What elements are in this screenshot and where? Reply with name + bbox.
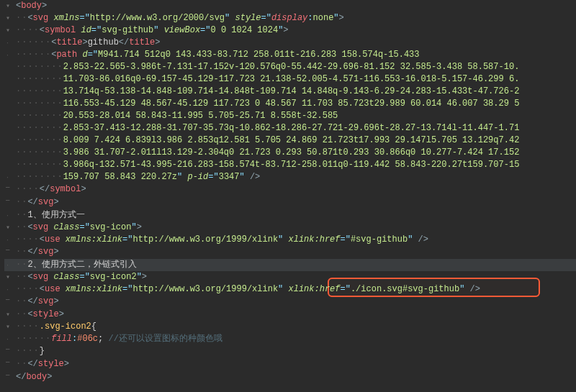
code-token: ": [131, 222, 136, 232]
code-token: xlink:href: [289, 284, 341, 294]
code-line[interactable]: <symbol id="svg-github" viewBox="0 0 102…: [4, 24, 576, 37]
indent-guide-icon: [57, 123, 63, 133]
code-token: >: [81, 184, 86, 194]
code-line[interactable]: </svg>: [4, 246, 576, 259]
fold-gutter-icon[interactable]: [6, 371, 16, 384]
code-token: ": [333, 13, 338, 23]
code-line[interactable]: <title>github</title>: [4, 37, 576, 49]
code-token: svg-icon: [90, 222, 132, 232]
fold-gutter-icon[interactable]: [6, 296, 16, 309]
code-token: 3347: [219, 172, 240, 182]
indent-guide-icon: [34, 234, 40, 245]
code-token: >: [82, 37, 87, 47]
code-token: [60, 284, 66, 294]
code-line[interactable]: <svg class="svg-icon">: [4, 222, 576, 234]
code-token: svg-github: [102, 25, 153, 35]
code-line[interactable]: <use xmlns:xlink="http://www.w3.org/1999…: [4, 283, 576, 296]
code-line[interactable]: <use xmlns:xlink="http://www.w3.org/1999…: [4, 234, 576, 246]
indent-guide-icon: [40, 172, 45, 182]
code-line[interactable]: 13.714q-53.138-14.848-109.714-14.848t-10…: [4, 86, 576, 98]
code-token: svg: [33, 222, 49, 232]
indent-guide-icon: [45, 135, 51, 145]
fold-gutter-icon[interactable]: [6, 246, 16, 259]
code-token: ": [137, 272, 142, 282]
fold-gutter-icon[interactable]: [6, 321, 16, 333]
indent-guide-icon: [16, 296, 22, 306]
code-token: #06c: [77, 334, 98, 344]
code-token: #svg-github: [351, 234, 408, 245]
code-token: ./icon.svg#svg-github: [351, 284, 459, 294]
indent-guide-icon: [45, 111, 51, 121]
code-line[interactable]: 8.009 7.424 6.839l3.986 2.853q12.581 5.7…: [4, 135, 576, 147]
indent-guide-icon: [57, 111, 63, 121]
fold-gutter-icon[interactable]: [6, 345, 16, 358]
code-token: >: [42, 1, 47, 11]
code-line[interactable]: </symbol>: [4, 183, 576, 196]
code-token: 2.853-22.565-3.986t-7.131-17.152v-120.57…: [63, 62, 520, 72]
code-line[interactable]: <svg class="svg-icon2">: [4, 271, 576, 283]
code-token: >: [142, 272, 147, 282]
indent-guide-icon: [16, 123, 22, 133]
code-line[interactable]: 2.853-22.565-3.986t-7.131-17.152v-120.57…: [4, 61, 576, 73]
indent-guide-icon: [34, 147, 40, 158]
code-line[interactable]: <style>: [4, 309, 576, 321]
indent-guide-icon: [57, 86, 63, 96]
code-line[interactable]: 20.553-28.014 58.843-11.995 5.705-25.71 …: [4, 110, 576, 122]
code-token: >: [53, 296, 58, 306]
indent-guide-icon: [40, 111, 45, 121]
indent-guide-icon: [16, 50, 22, 60]
indent-guide-icon: [27, 346, 33, 356]
indent-guide-icon: [45, 37, 51, 47]
indent-guide-icon: [16, 234, 22, 245]
fold-gutter-icon[interactable]: [6, 309, 16, 321]
fold-gutter-icon[interactable]: [6, 24, 16, 37]
fold-gutter-icon[interactable]: [6, 358, 16, 371]
code-token: style: [235, 13, 261, 23]
code-line[interactable]: 2、使用方式二，外链式引入: [4, 259, 576, 271]
indent-guide-icon: [34, 62, 40, 72]
fold-gutter-icon[interactable]: [6, 0, 16, 12]
code-token: [283, 234, 288, 245]
code-line[interactable]: </svg>: [4, 196, 576, 209]
indent-guide-icon: [16, 74, 22, 84]
code-token: use: [45, 234, 60, 245]
fold-gutter-icon[interactable]: [6, 222, 16, 234]
indent-guide-icon: [40, 135, 45, 145]
code-line[interactable]: </body>: [4, 371, 576, 384]
code-line[interactable]: </style>: [4, 358, 576, 371]
code-line[interactable]: .svg-icon2{: [4, 321, 576, 333]
code-line[interactable]: }: [4, 345, 576, 358]
code-line[interactable]: 3.986q-132.571-43.995-216.283-158.574t-8…: [4, 159, 576, 171]
code-token: p-id: [187, 172, 208, 182]
code-line[interactable]: 3.986 31.707-2.011l13.129-2.304q0 21.723…: [4, 147, 576, 159]
code-line[interactable]: 1、使用方式一: [4, 209, 576, 222]
code-token: svg: [38, 197, 54, 207]
code-line[interactable]: </svg>: [4, 296, 576, 309]
indent-guide-icon: [16, 25, 22, 35]
fold-gutter-icon: [6, 171, 16, 183]
indent-guide-icon: [16, 160, 22, 170]
code-line[interactable]: 2.853-37.413-12.288-31.707-35.73q-10.862…: [4, 122, 576, 135]
fold-gutter-icon[interactable]: [6, 271, 16, 283]
fold-gutter-icon[interactable]: [6, 183, 16, 196]
code-line[interactable]: <svg xmlns="http://www.w3.org/2000/svg" …: [4, 12, 576, 24]
code-line[interactable]: <body>: [4, 0, 576, 12]
fold-gutter-icon[interactable]: [6, 12, 16, 24]
indent-guide-icon: [40, 147, 45, 158]
code-line[interactable]: 159.707 58.843 220.27z" p-id="3347" />: [4, 171, 576, 183]
indent-guide-icon: [27, 172, 33, 182]
code-line[interactable]: 116.553-45.129 48.567-45.129 117.723 0 4…: [4, 98, 576, 110]
code-token: <: [27, 272, 32, 282]
code-line[interactable]: 11.703-86.016q0-69.157-45.129-117.723 21…: [4, 73, 576, 86]
code-token: 116.553-45.129 48.567-45.129 117.723 0 4…: [63, 99, 520, 109]
fold-gutter-icon[interactable]: [6, 196, 16, 209]
code-token: />: [470, 284, 480, 294]
code-line[interactable]: <path d="M941.714 512q0 143.433-83.712 2…: [4, 49, 576, 61]
code-editor[interactable]: <body><svg xmlns="http://www.w3.org/2000…: [0, 0, 576, 392]
indent-guide-icon: [16, 147, 22, 158]
indent-guide-icon: [45, 99, 51, 109]
code-line[interactable]: fill:#06c; //还可以设置图标的种颜色哦: [4, 333, 576, 345]
indent-guide-icon: [27, 50, 33, 60]
indent-guide-icon: [27, 284, 33, 294]
code-token: =: [88, 50, 93, 60]
